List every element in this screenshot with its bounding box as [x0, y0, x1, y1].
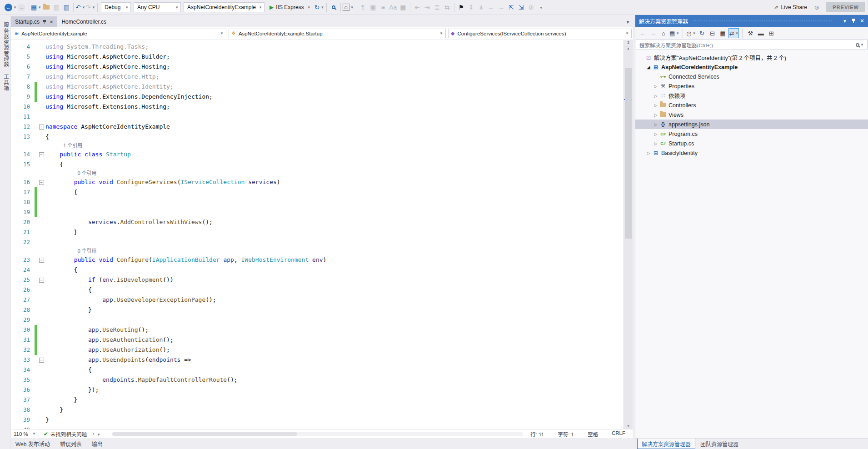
duplicate-lines-icon[interactable]: ▦ [398, 2, 408, 13]
line-number[interactable]: 40 [11, 425, 35, 429]
open-file-icon[interactable] [41, 2, 51, 13]
code-line-8[interactable]: 8using Microsoft.AspNetCore.Identity; [11, 82, 624, 92]
line-number[interactable]: 11 [11, 112, 35, 122]
tree-item-program-cs[interactable]: ▷C#Program.cs [635, 129, 868, 139]
code-line-37[interactable]: 37 } [11, 395, 624, 405]
show-all-files-icon[interactable]: ▦ [718, 28, 727, 38]
tab-overflow-icon[interactable]: ▼ [626, 20, 630, 25]
close-icon[interactable]: ✕ [50, 20, 53, 25]
increase-indent-icon[interactable]: ⇥ [422, 2, 432, 13]
tree-item-startup-cs[interactable]: ▷C#Startup.cs [635, 139, 868, 148]
code-line-23[interactable]: 23− public void Configure(IApplicationBu… [11, 255, 624, 265]
next-bookmark-icon[interactable]: ⇟ [476, 2, 486, 13]
code-line-36[interactable]: 36 }); [11, 385, 624, 395]
line-number[interactable]: 35 [11, 375, 35, 385]
code-line-13[interactable]: 13{ [11, 132, 624, 142]
line-number[interactable]: 14 [11, 150, 35, 160]
codelens-row[interactable]: 0 个引用 [11, 247, 624, 255]
start-debugging-button[interactable]: ▶IIS Express▼ [267, 2, 314, 12]
line-number[interactable]: 15 [11, 160, 35, 170]
expand-arrow-icon[interactable]: ▷ [653, 94, 659, 98]
home-icon[interactable]: ⌂ [659, 28, 668, 38]
navigate-back-icon[interactable]: ←▼ [5, 2, 17, 13]
toggle-comment-icon[interactable]: ¶ [358, 2, 368, 13]
tree-item-views[interactable]: ▷Views [635, 110, 868, 120]
code-line-18[interactable]: 18 [11, 197, 624, 207]
line-number[interactable]: 10 [11, 102, 35, 112]
code-line-34[interactable]: 34 { [11, 365, 624, 375]
line-number[interactable]: 4 [11, 42, 35, 52]
previous-icon[interactable]: ← [486, 2, 496, 13]
fold-toggle[interactable]: − [39, 125, 44, 130]
line-number[interactable]: 23 [11, 255, 35, 265]
code-line-15[interactable]: 15 { [11, 160, 624, 170]
redo-icon[interactable]: ↷▼ [85, 2, 95, 13]
spaces-indicator[interactable]: 空格 [588, 430, 598, 438]
code-line-12[interactable]: 12−namespace AspNetCoreIdentityExample [11, 122, 624, 132]
code-line-4[interactable]: 4using System.Threading.Tasks; [11, 42, 624, 52]
line-number[interactable]: 26 [11, 285, 35, 295]
line-number[interactable]: 5 [11, 52, 35, 62]
line-number[interactable]: 13 [11, 132, 35, 142]
code-line-32[interactable]: 32 app.UseAuthorization(); [11, 345, 624, 355]
switch-views-icon[interactable]: ▤▼ [669, 28, 679, 38]
pending-changes-filter-icon[interactable]: ◷▼ [686, 28, 696, 38]
code-line-31[interactable]: 31 app.UseAuthentication(); [11, 335, 624, 345]
toggle-bookmark-icon[interactable]: ⚑ [456, 2, 466, 13]
save-icon[interactable]: ▥ [51, 2, 61, 13]
code-line-6[interactable]: 6using Microsoft.AspNetCore.Hosting; [11, 62, 624, 72]
zoom-select[interactable]: 110 % ▼ [11, 429, 39, 438]
code-line-21[interactable]: 21 } [11, 227, 624, 237]
line-number[interactable]: 38 [11, 405, 35, 415]
tree-item-properties[interactable]: ▷⚒Properties [635, 81, 868, 91]
tab-homecontroller-cs[interactable]: HomeController.cs [57, 16, 110, 27]
project-dropdown[interactable]: ⊞ AspNetCoreIdentityExample ▼ [12, 29, 226, 38]
line-number[interactable]: 34 [11, 365, 35, 375]
code-cleanup-icon[interactable]: ◔ ▼ [91, 431, 100, 437]
fold-toggle[interactable]: − [39, 180, 44, 185]
line-number[interactable]: 37 [11, 395, 35, 405]
startup-project-select[interactable]: AspNetCoreIdentityExample▼ [184, 2, 264, 12]
line-number[interactable]: 16 [11, 177, 35, 187]
window-position-icon[interactable]: ▼ [843, 19, 847, 24]
line-number[interactable]: 36 [11, 385, 35, 395]
line-number[interactable]: 28 [11, 305, 35, 315]
code-line-22[interactable]: 22 [11, 237, 624, 247]
expand-arrow-icon[interactable]: ▷ [653, 113, 659, 117]
outline-icon[interactable]: ≡ [378, 2, 388, 13]
tree-item-解决方案-aspnetcoreidentity-第-2-个项目-共-2-个-[interactable]: ⊡解决方案"AspNetCoreIdentity"(第 2 个项目，共 2 个) [635, 53, 868, 62]
properties-icon[interactable]: ⚒ [746, 28, 755, 38]
search-icon[interactable] [856, 43, 859, 47]
line-number[interactable]: 12 [11, 122, 35, 132]
code-line-14[interactable]: 14− public class Startup [11, 150, 624, 160]
word-wrap-icon[interactable]: ⇆ [442, 2, 452, 13]
line-number[interactable]: 33 [11, 355, 35, 365]
scroll-up-icon[interactable]: ▲ [624, 46, 633, 52]
clear-bookmarks-icon[interactable]: ⊘ [526, 2, 536, 13]
side-tab-0[interactable]: 服务器资源管理器 [2, 22, 10, 68]
live-share-button[interactable]: ⇗ Live Share [774, 4, 807, 10]
browser-home-icon[interactable]: ⌂▼ [343, 2, 354, 13]
expand-arrow-icon[interactable]: ▷ [653, 122, 659, 127]
line-number[interactable]: 21 [11, 227, 35, 237]
format-document-icon[interactable]: ≣ [432, 2, 442, 13]
feedback-icon[interactable]: ☺ [813, 4, 820, 11]
code-line-30[interactable]: 30 app.UseRouting(); [11, 325, 624, 335]
pin-icon[interactable] [43, 20, 46, 24]
scroll-down-icon[interactable]: ▼ [624, 424, 633, 428]
solution-configuration-select[interactable]: Debug▼ [101, 2, 131, 12]
code-line-7[interactable]: 7using Microsoft.AspNetCore.Http; [11, 72, 624, 82]
line-number[interactable]: 9 [11, 92, 35, 102]
expand-arrow-icon[interactable]: ▷ [653, 84, 659, 89]
line-number[interactable]: 24 [11, 265, 35, 275]
tree-item-aspnetcoreidentityexample[interactable]: ◢⊞AspNetCoreIdentityExample [635, 62, 868, 72]
code-line-40[interactable]: 40 [11, 425, 624, 429]
previous-bookmark-icon[interactable]: ⇞ [466, 2, 476, 13]
code-line-11[interactable]: 11 [11, 112, 624, 122]
fold-toggle[interactable]: − [39, 278, 44, 283]
sync-with-active-document-icon[interactable]: ⇄▼ [728, 28, 739, 38]
type-dropdown[interactable]: ❖ AspNetCoreIdentityExample.Startup ▼ [229, 29, 446, 38]
new-project-icon[interactable]: ▤▼ [31, 2, 41, 13]
line-number[interactable]: 39 [11, 415, 35, 425]
save-all-icon[interactable]: ▥ [61, 2, 71, 13]
